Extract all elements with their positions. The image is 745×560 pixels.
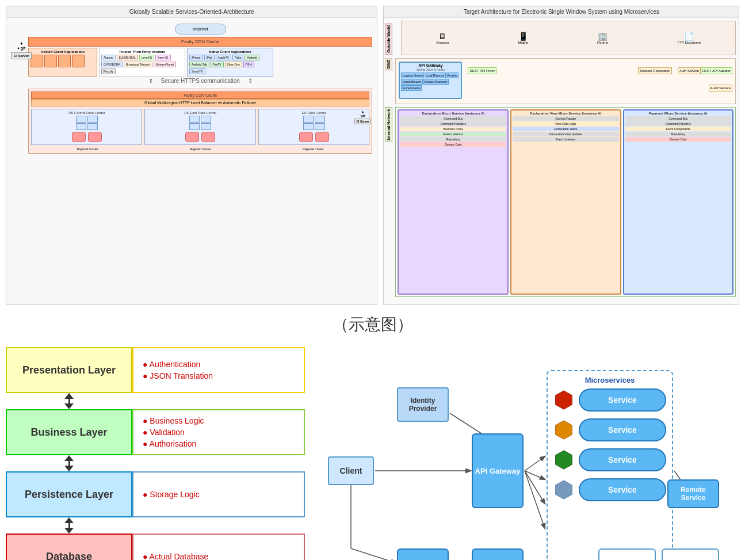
vendor-broadcast: Broadcast Teleport (124, 62, 152, 67)
dc-title-us-central: US Central Data Center (33, 111, 140, 115)
cdn-bar2: Fastly CDN Cache (31, 92, 369, 99)
presentation-row: Presentation Layer Authentication JSON T… (6, 347, 305, 393)
payment-command-bus: Command Bus (625, 116, 732, 121)
device-android-tab: Android Tab (189, 62, 209, 67)
dmz-label: DMZ (385, 58, 392, 70)
dc-title-us-east: US East Data Center (147, 111, 253, 115)
microservices-diagram: Client IdentityProvider API Gateway Micr… (316, 347, 739, 560)
presentation-detail-1: Authentication (143, 360, 295, 369)
queries-facade: Queries Facade (513, 116, 619, 121)
presentation-detail-2: JSON Translation (143, 371, 295, 380)
server-box-4 (87, 123, 98, 130)
server-box-1 (76, 116, 86, 123)
declaration-micro-title: Declaration Micro Service (instance A) (400, 112, 506, 115)
git-label-bottom: ♦ git CI Server (354, 110, 372, 124)
device-ipad: iPad (204, 55, 215, 60)
remote-service-label: Remote Service (668, 486, 718, 502)
trusted-vendors: Trusted Third Party Vendors Akamai ELEME… (99, 48, 185, 77)
double-arrow-3 (52, 517, 86, 534)
server-box-2 (87, 116, 98, 123)
soa-diagram: ♦ ♦ git CI Server Internet Fastly CDN Ca… (6, 18, 377, 158)
presentation-layer-box: Presentation Layer (6, 347, 132, 393)
git-text-bottom: git (361, 114, 365, 117)
device-android: Android (244, 55, 259, 60)
device-ps4: PS 4 (243, 62, 254, 67)
presentation-layer-label: Presentation Layer (22, 364, 116, 376)
ms-target-title: Target Architecture for Electronic Singl… (384, 6, 739, 18)
rest-proxy: REST API Proxy (468, 67, 496, 74)
svg-marker-12 (556, 421, 572, 439)
database-row: Database Actual Database (6, 534, 305, 560)
db-3 (185, 132, 199, 142)
command-handlers: Command Handlers (400, 121, 506, 126)
mobile-icon: 📱 (518, 32, 528, 41)
server-box-10 (315, 116, 325, 123)
api-gateway-title: API Gateway (400, 63, 461, 68)
ftp-label: FTP Document (678, 41, 701, 44)
database-details: Actual Database (132, 534, 305, 560)
arrow-line-1 (68, 399, 70, 403)
service-text-3: Service (608, 455, 637, 464)
manage-box: Manage-me jt (598, 548, 656, 560)
business-rules: Business Rules (400, 127, 506, 131)
device-appletv: AppleTV (216, 55, 231, 60)
vendor-gyrobo: GYROBORA (101, 62, 123, 67)
svg-marker-14 (556, 481, 572, 499)
double-arrow-1 (52, 393, 86, 409)
client-label: Client (340, 466, 362, 475)
service-text-2: Service (608, 425, 637, 435)
ms-service-item-3: Service (553, 448, 666, 471)
persistence-row: Persistence Layer Storage Logic (6, 471, 305, 517)
svg-marker-11 (556, 391, 572, 409)
internal-area: Declaration Micro Service (instance A) C… (395, 107, 736, 297)
trusted-label: Trusted Third Party Vendors (101, 50, 183, 54)
business-row: Business Layer Business Logic Validation… (6, 409, 305, 455)
top-outside-area: 🖥Browser 📱Mobile 🏢Partner 📄FTP Document (401, 21, 736, 55)
gw-circuit: Circuit Breaker (401, 79, 422, 85)
static-content-box: Static Content (472, 548, 524, 560)
service-discovery-box: Service Discovery (662, 548, 719, 560)
persistence-layer-label: Persistence Layer (25, 489, 113, 501)
db-4 (201, 132, 215, 142)
hosted-label: Hosted Client Applications (30, 50, 95, 54)
cdn-box: CDN (397, 548, 449, 560)
domain-data: Domain Data (400, 142, 506, 147)
business-detail-3: Authorisation (143, 439, 295, 448)
arrow-line-2 (68, 461, 70, 466)
service-label-2: Service (579, 418, 666, 441)
declaration-view-box: Declaration View Micro Service (instance… (510, 109, 621, 295)
partner-icon-wrapper: 🏢Partner (597, 32, 609, 44)
hex-svg-green (553, 449, 574, 470)
identity-label: IdentityProvider (409, 397, 437, 413)
outside-icons: 🖥Browser 📱Mobile 🏢Partner 📄FTP Document (402, 21, 735, 55)
caption-section: （示意图） (0, 311, 745, 338)
separator-2 (6, 455, 305, 471)
event-listeners: Event Listeners (400, 132, 506, 136)
db-2 (88, 132, 102, 142)
internet-cloud: Internet (175, 24, 226, 35)
payment-command-handlers: Command Handlers (625, 121, 732, 126)
ms-services-container: Microservices Service (547, 370, 673, 560)
arrows-section: ⇕ Secure HTTPS communication ⇕ (28, 78, 372, 84)
api-gateway-ms-box: API Gateway (472, 433, 524, 508)
double-arrow-2 (52, 455, 86, 471)
presentation-details: Authentication JSON Translation (132, 347, 305, 393)
mobile-icon-wrapper: 📱Mobile (518, 32, 528, 44)
gw-logging: Logging Service (401, 73, 424, 78)
declaration-micro-box: Declaration Micro Service (instance A) C… (398, 109, 509, 295)
soa-lower: Fastly CDN Cache Global Multi-region HTT… (28, 89, 372, 154)
hexagon-red (553, 390, 574, 410)
device-xbox: Xbox One (225, 62, 242, 67)
server-row-4 (147, 123, 253, 130)
ms-target-diagram: Outside World 🖥Browser 📱Mobile 🏢Partner … (384, 18, 739, 300)
hexagon-yellow (553, 420, 574, 440)
vendor-istream: iStreamPlanet (154, 62, 176, 67)
device-list: iPhone iPad AppleTV Roku Android Android… (189, 55, 271, 74)
svg-line-4 (525, 456, 545, 471)
git-text-top: ♦ git (17, 46, 25, 50)
svg-line-2 (351, 548, 396, 560)
server-box-8 (201, 123, 211, 130)
payment-domain-data: Domain Data (625, 137, 732, 142)
ms-service-item-1: Service (553, 388, 666, 412)
api-gateway-ms-label: API Gateway (475, 467, 521, 475)
